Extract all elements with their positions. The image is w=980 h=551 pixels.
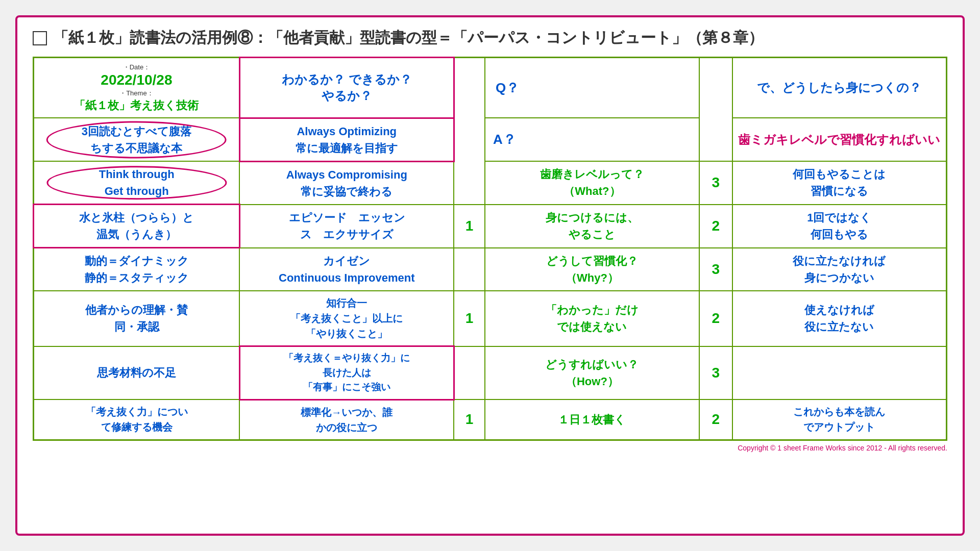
empty-spacer2 bbox=[699, 58, 732, 118]
header-row: ・Date： 2022/10/28 ・Theme： 「紙１枚」考え抜く技術 わか… bbox=[34, 58, 947, 118]
cell-episode: エピソード エッセンス エクササイズ bbox=[239, 205, 454, 248]
theme-value: 「紙１枚」考え抜く技術 bbox=[39, 98, 234, 113]
cell-korekara: これからも本を読んでアウトプット bbox=[732, 399, 947, 440]
cell-think-through: Think throughGet through bbox=[34, 161, 240, 205]
row-5: 他者からの理解・賛同・承認 知行合一「考え抜くこと」以上に「やり抜くこと」 1 … bbox=[34, 291, 947, 346]
spacer4 bbox=[454, 248, 485, 291]
empty-spacer bbox=[454, 58, 485, 118]
date-value: 2022/10/28 bbox=[39, 72, 234, 88]
main-table: ・Date： 2022/10/28 ・Theme： 「紙１枚」考え抜く技術 わか… bbox=[33, 57, 947, 441]
cell-tasha: 他者からの理解・賛同・承認 bbox=[34, 291, 240, 346]
cell-ikkai: 1回ではなく何回もやる bbox=[732, 205, 947, 248]
cell-num-3b: 3 bbox=[699, 248, 732, 291]
cell-doteki: 動的＝ダイナミック静的＝スタティック bbox=[34, 248, 240, 291]
cell-num-1c: 1 bbox=[454, 399, 485, 440]
theme-label: ・Theme： bbox=[119, 89, 153, 97]
row-2: Think throughGet through Always Compromi… bbox=[34, 161, 947, 205]
cell-mizu: 水と氷柱（つらら）と温気（うんき） bbox=[34, 205, 240, 248]
row-4: 動的＝ダイナミック静的＝スタティック カイゼンContinuous Improv… bbox=[34, 248, 947, 291]
cell-tsukaenai: 使えなければ役に立たない bbox=[732, 291, 947, 346]
cell-yakunitatanai: 役に立たなければ身につかない bbox=[732, 248, 947, 291]
cell-empty6 bbox=[732, 346, 947, 400]
date-label: ・Date： bbox=[123, 63, 150, 71]
cell-minitsukeru: 身につけるには、やること bbox=[485, 205, 699, 248]
copyright: Copyright © 1 sheet Frame Works since 20… bbox=[33, 444, 947, 452]
cell-wakatta: 「わかった」だけでは使えない bbox=[485, 291, 699, 346]
header-q: Q？ bbox=[485, 58, 699, 118]
cell-hamigaki-what: 歯磨きレベルって？（What?） bbox=[485, 161, 699, 205]
spacer-a bbox=[454, 118, 485, 161]
cell-num-1b: 1 bbox=[454, 291, 485, 346]
cell-kangenuky2: 「考え抜く力」について修練する機会 bbox=[34, 399, 240, 440]
page-container: 「紙１枚」読書法の活用例⑧：「他者貢献」型読書の型＝「パーパス・コントリビュート… bbox=[15, 15, 965, 536]
row-7: 「考え抜く力」について修練する機会 標準化→いつか、誰かの役に立つ 1 １日１枚… bbox=[34, 399, 947, 440]
cell-num-3c: 3 bbox=[699, 346, 732, 400]
spacer3 bbox=[454, 161, 485, 205]
page-title: 「紙１枚」読書法の活用例⑧：「他者貢献」型読書の型＝「パーパス・コントリビュート… bbox=[33, 28, 947, 48]
cell-ichimai: １日１枚書く bbox=[485, 399, 699, 440]
cell-always-optimizing: Always Optimizing常に最適解を目指す bbox=[239, 118, 454, 161]
date-theme-cell: ・Date： 2022/10/28 ・Theme： 「紙１枚」考え抜く技術 bbox=[34, 58, 240, 118]
cell-kangenuky: 「考え抜く＝やり抜く力」に長けた人は「有事」にこそ強い bbox=[239, 346, 454, 400]
cell-hamigaki-level: 歯ミガキレベルで習慣化すればいい bbox=[732, 118, 947, 161]
title-text: 「紙１枚」読書法の活用例⑧：「他者貢献」型読書の型＝「パーパス・コントリビュート… bbox=[53, 28, 764, 48]
header-wakaru: わかるか？ できるか？やるか？ bbox=[239, 58, 454, 118]
cell-chigyo: 知行合一「考え抜くこと」以上に「やり抜くこと」 bbox=[239, 291, 454, 346]
spacer6 bbox=[454, 346, 485, 400]
cell-shiko: 思考材料の不足 bbox=[34, 346, 240, 400]
cell-sankai: 3回読むとすべて腹落ちする不思議な本 bbox=[34, 118, 240, 161]
cell-num-2c: 2 bbox=[699, 399, 732, 440]
cell-num-2a: 2 bbox=[699, 205, 732, 248]
cell-num-3a: 3 bbox=[699, 161, 732, 205]
cell-kaizen: カイゼンContinuous Improvement bbox=[239, 248, 454, 291]
spacer-a2 bbox=[699, 118, 732, 161]
cell-always-compromising: Always Compromising常に妥協で終わる bbox=[239, 161, 454, 205]
checkbox bbox=[33, 31, 47, 45]
cell-num-1a: 1 bbox=[454, 205, 485, 248]
cell-doushite: どうして習慣化？（Why?） bbox=[485, 248, 699, 291]
row-3: 水と氷柱（つらら）と温気（うんき） エピソード エッセンス エクササイズ 1 身… bbox=[34, 205, 947, 248]
cell-a: A？ bbox=[485, 118, 699, 161]
cell-doushita: どうすればいい？（How?） bbox=[485, 346, 699, 400]
cell-nankai: 何回もやることは習慣になる bbox=[732, 161, 947, 205]
cell-num-2b: 2 bbox=[699, 291, 732, 346]
cell-hyojunka: 標準化→いつか、誰かの役に立つ bbox=[239, 399, 454, 440]
header-q-text: で、どうしたら身につくの？ bbox=[732, 58, 947, 118]
row-6: 思考材料の不足 「考え抜く＝やり抜く力」に長けた人は「有事」にこそ強い どうすれ… bbox=[34, 346, 947, 400]
row-1: 3回読むとすべて腹落ちする不思議な本 Always Optimizing常に最適… bbox=[34, 118, 947, 161]
